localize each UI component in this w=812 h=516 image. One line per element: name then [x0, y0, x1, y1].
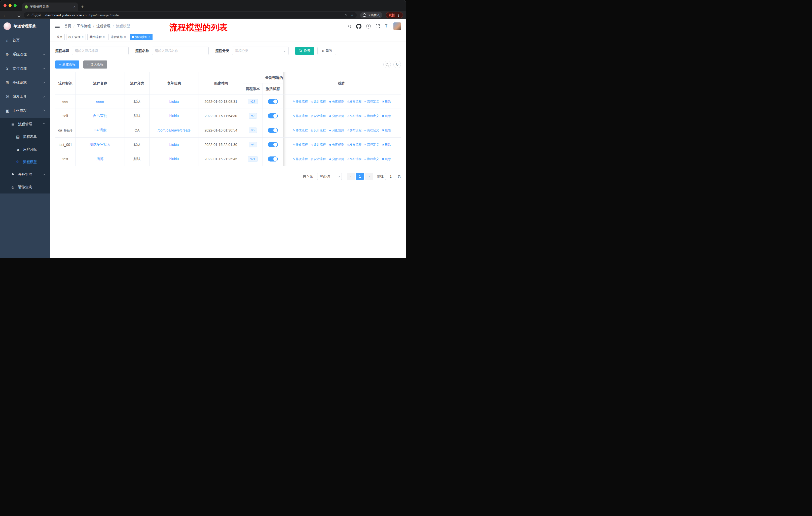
form-info-link[interactable]: biubiu — [169, 100, 179, 104]
design-process-link[interactable]: ◎设计流程 — [311, 129, 326, 132]
status-toggle[interactable] — [268, 99, 278, 104]
process-definition-link[interactable]: ∞流程定义 — [365, 143, 379, 146]
edit-process-link[interactable]: ✎修改流程 — [293, 157, 308, 161]
sidebar-item-process-form[interactable]: ▤ 流程表单 — [0, 131, 50, 143]
tag-process-form[interactable]: 流程表单 × — [109, 34, 128, 40]
next-page-button[interactable]: › — [365, 173, 373, 180]
delete-link[interactable]: ✖删除 — [382, 157, 391, 161]
create-process-button[interactable]: + 新建流程 — [55, 60, 79, 69]
forward-icon[interactable]: → — [10, 13, 14, 17]
form-info-link[interactable]: biubiu — [169, 143, 179, 147]
hamburger-icon[interactable] — [55, 24, 60, 28]
process-definition-link[interactable]: ∞流程定义 — [365, 100, 379, 103]
edit-process-link[interactable]: ✎修改流程 — [293, 129, 308, 132]
github-icon[interactable] — [356, 24, 361, 29]
goto-page-input[interactable] — [385, 173, 396, 180]
assign-rule-link[interactable]: ☻分配规则 — [329, 114, 344, 118]
close-icon[interactable]: × — [103, 35, 105, 39]
design-process-link[interactable]: ◎设计流程 — [311, 143, 326, 146]
tag-my-process[interactable]: 我的流程 × — [87, 34, 107, 40]
version-badge[interactable]: v21 — [248, 156, 258, 162]
assign-rule-link[interactable]: ☻分配规则 — [329, 100, 344, 103]
breadcrumb-process-management[interactable]: 流程管理 — [96, 24, 111, 28]
bookmark-star-icon[interactable]: ☆ — [350, 13, 354, 17]
status-toggle[interactable] — [268, 142, 278, 147]
process-name-link[interactable]: 自己审批 — [93, 114, 107, 118]
back-icon[interactable]: ← — [3, 13, 7, 17]
publish-process-link[interactable]: ☝发布流程 — [347, 100, 361, 103]
refresh-table-button[interactable]: ↻ — [394, 61, 401, 68]
reset-button[interactable]: ↻ 重置 — [317, 47, 336, 55]
process-definition-link[interactable]: ∞流程定义 — [365, 157, 379, 161]
version-badge[interactable]: v5 — [249, 128, 257, 133]
edit-process-link[interactable]: ✎修改流程 — [293, 143, 308, 146]
publish-process-link[interactable]: ☝发布流程 — [347, 157, 361, 161]
font-size-icon[interactable]: T↕ — [385, 24, 388, 28]
process-name-link[interactable]: eeee — [96, 100, 104, 104]
close-icon[interactable]: × — [82, 35, 84, 39]
page-size-select[interactable]: 10条/页 — [317, 173, 342, 180]
toggle-search-button[interactable] — [383, 61, 391, 68]
avatar[interactable] — [394, 22, 401, 30]
sidebar-item-infrastructure[interactable]: ⊞ 基础设施 — [0, 76, 50, 90]
search-button[interactable]: 搜索 — [295, 47, 314, 55]
tag-process-model[interactable]: 流程模型 × — [129, 34, 152, 40]
category-select[interactable]: 流程分类 — [232, 47, 289, 55]
menu-dots-icon[interactable]: ⋮ — [397, 13, 400, 17]
version-badge[interactable]: v17 — [248, 99, 258, 104]
sidebar-item-payment-management[interactable]: ¥ 支付管理 — [0, 61, 50, 76]
status-toggle[interactable] — [268, 128, 278, 133]
form-info-link[interactable]: biubiu — [169, 157, 179, 161]
close-window-button[interactable] — [3, 4, 6, 7]
delete-link[interactable]: ✖删除 — [382, 100, 391, 103]
design-process-link[interactable]: ◎设计流程 — [311, 100, 326, 103]
publish-process-link[interactable]: ☝发布流程 — [347, 143, 361, 146]
process-definition-link[interactable]: ∞流程定义 — [365, 129, 379, 132]
status-toggle[interactable] — [268, 113, 278, 118]
design-process-link[interactable]: ◎设计流程 — [311, 157, 326, 161]
delete-link[interactable]: ✖删除 — [382, 114, 391, 118]
minimize-window-button[interactable] — [8, 4, 11, 7]
edit-process-link[interactable]: ✎修改流程 — [293, 114, 308, 118]
search-icon[interactable] — [348, 25, 351, 28]
breadcrumb-workflow[interactable]: 工作流程 — [77, 24, 91, 28]
import-process-button[interactable]: ↑ 导入流程 — [83, 60, 107, 69]
assign-rule-link[interactable]: ☻分配规则 — [329, 129, 344, 132]
version-badge[interactable]: v2 — [249, 113, 257, 119]
zoom-window-button[interactable] — [13, 4, 17, 7]
page-1-button[interactable]: 1 — [356, 173, 364, 180]
assign-rule-link[interactable]: ☻分配规则 — [329, 143, 344, 146]
sidebar-item-home[interactable]: ⌂ 首页 — [0, 33, 50, 47]
process-name-link[interactable]: OA 请假 — [94, 128, 107, 132]
process-name-link[interactable]: 测试多审批人 — [90, 142, 111, 146]
process-key-input[interactable] — [72, 47, 128, 55]
address-bar[interactable]: ⚠ 不安全 dashboard.yudao.iocoder.cn /bpm/ma… — [24, 12, 357, 18]
process-name-link[interactable]: 滔博 — [97, 157, 104, 161]
sidebar-item-process-management[interactable]: ≣ 流程管理 — [0, 118, 50, 131]
delete-link[interactable]: ✖删除 — [382, 129, 391, 132]
close-icon[interactable]: × — [124, 35, 126, 39]
process-definition-link[interactable]: ∞流程定义 — [365, 114, 379, 118]
process-name-input[interactable] — [152, 47, 209, 55]
design-process-link[interactable]: ◎设计流程 — [311, 114, 326, 118]
version-badge[interactable]: v4 — [249, 142, 257, 147]
tag-tenant-management[interactable]: 租户管理 × — [66, 34, 86, 40]
password-key-icon[interactable] — [345, 13, 348, 17]
sidebar-item-workflow[interactable]: ▣ 工作流程 — [0, 104, 50, 118]
sidebar-item-leave-query[interactable]: ☺ 请假查询 — [0, 181, 50, 193]
assign-rule-link[interactable]: ☻分配规则 — [329, 157, 344, 161]
breadcrumb-home[interactable]: 首页 — [64, 24, 71, 28]
tag-home[interactable]: 首页 — [54, 34, 65, 40]
edit-process-link[interactable]: ✎修改流程 — [293, 100, 308, 103]
fullscreen-icon[interactable] — [376, 24, 380, 28]
sidebar-item-user-group[interactable]: ☻ 用户分组 — [0, 143, 50, 156]
close-icon[interactable]: × — [148, 35, 150, 39]
browser-tab[interactable]: 芋道管理系统 × — [22, 2, 78, 11]
prev-page-button[interactable]: ‹ — [347, 173, 355, 180]
sidebar-item-task-management[interactable]: ⚑ 任务管理 — [0, 168, 50, 181]
new-tab-button[interactable]: + — [81, 4, 84, 9]
sidebar-item-process-model[interactable]: ✈ 流程模型 — [0, 156, 50, 168]
delete-link[interactable]: ✖删除 — [382, 143, 391, 146]
update-button[interactable]: 更新 ⋮ — [386, 12, 403, 18]
publish-process-link[interactable]: ☝发布流程 — [347, 129, 361, 132]
